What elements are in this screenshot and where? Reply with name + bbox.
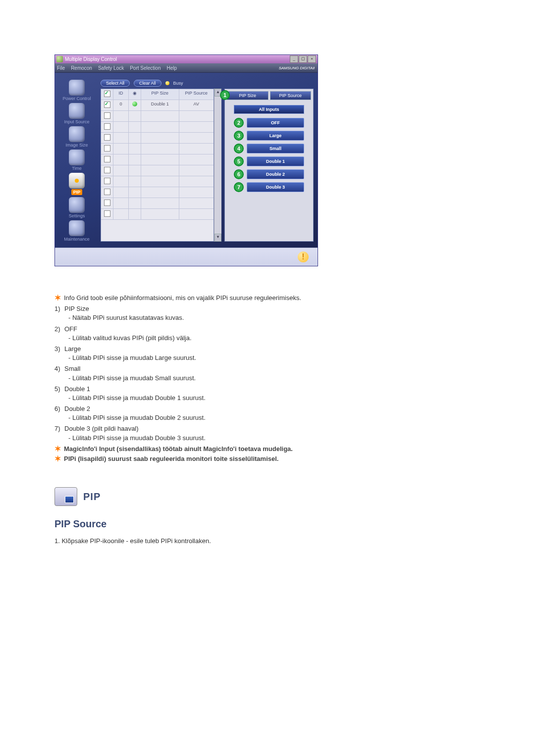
- sidebar-item-image-size[interactable]: Image Size: [59, 126, 95, 148]
- table-row: [101, 176, 214, 187]
- table-row: [101, 133, 214, 144]
- list-item: 5)Double 1 - Lülitab PIPi sisse ja muuda…: [54, 385, 481, 403]
- row-checkbox[interactable]: [104, 167, 110, 173]
- pip-source-step-1: 1. Klõpsake PIP-ikoonile - esile tuleb P…: [54, 537, 481, 546]
- table-row: [101, 198, 214, 209]
- star-icon: ✶: [54, 454, 61, 463]
- row-checkbox[interactable]: [104, 101, 110, 108]
- row-checkbox[interactable]: [104, 156, 110, 162]
- row-checkbox[interactable]: [104, 200, 110, 206]
- pip-double3-button[interactable]: Double 3: [247, 182, 304, 192]
- table-row: [101, 209, 214, 220]
- select-all-button[interactable]: Select All: [101, 80, 130, 87]
- col-pip-source[interactable]: PIP Source: [179, 89, 214, 100]
- sidebar-item-input-source[interactable]: Input Source: [59, 103, 95, 124]
- row-checkbox[interactable]: [104, 145, 110, 151]
- list-item: 3)Large - Lülitab PIPi sisse ja muudab L…: [54, 345, 481, 362]
- pip-panel: 1 PIP Size PIP Source All Inputs 2 OFF: [224, 89, 314, 242]
- star-icon: ✶: [54, 445, 61, 454]
- titlebar: Multiple Display Control _ ▢ ×: [55, 55, 318, 63]
- pip-double1-button[interactable]: Double 1: [247, 156, 304, 166]
- info-grid: ID ◉ PIP Size PIP Source 0 Doub: [101, 89, 214, 242]
- row-checkbox[interactable]: [104, 123, 110, 130]
- callout-1: 1: [220, 90, 230, 100]
- minimize-button[interactable]: _: [290, 55, 298, 63]
- row-checkbox[interactable]: [104, 189, 110, 195]
- intro-text: Info Grid toob esile põhiinformatsiooni,…: [64, 294, 301, 302]
- power-icon: [69, 80, 85, 96]
- window-title: Multiple Display Control: [65, 56, 290, 62]
- menu-file[interactable]: File: [57, 65, 65, 71]
- brand-label: SAMSUNG DIGITAll: [279, 66, 315, 70]
- callout-3: 3: [234, 131, 244, 141]
- table-row: [101, 122, 214, 133]
- col-status-icon: ◉: [129, 89, 141, 100]
- tab-pip-size[interactable]: PIP Size: [227, 91, 268, 100]
- pip-large-button[interactable]: Large: [247, 131, 304, 141]
- close-button[interactable]: ×: [308, 55, 316, 63]
- tab-pip-source[interactable]: PIP Source: [270, 91, 312, 100]
- maximize-button[interactable]: ▢: [299, 55, 307, 63]
- header-checkbox[interactable]: [104, 91, 110, 97]
- time-icon: [69, 150, 85, 165]
- row-checkbox[interactable]: [104, 210, 110, 217]
- pip-double2-button[interactable]: Double 2: [247, 169, 304, 179]
- sidebar-item-time[interactable]: Time: [59, 150, 95, 171]
- list-item: 4)Small - Lülitab PIPi sisse ja muudab S…: [54, 364, 481, 382]
- scroll-down-icon[interactable]: ▼: [214, 234, 221, 242]
- grid-scrollbar[interactable]: ▲ ▼: [214, 89, 221, 242]
- col-id[interactable]: ID: [113, 89, 129, 100]
- pip-section-title: PIP: [83, 490, 101, 504]
- sidebar: Power Control Input Source Image Size Ti…: [55, 79, 99, 242]
- table-row: [101, 144, 214, 154]
- sidebar-item-maintenance[interactable]: Maintenance: [59, 220, 95, 242]
- busy-label: Busy: [173, 81, 183, 86]
- busy-indicator-icon: [165, 81, 169, 85]
- callout-2: 2: [234, 118, 244, 128]
- settings-icon: [69, 197, 85, 213]
- pip-source-heading: PIP Source: [54, 517, 481, 531]
- sidebar-item-pip[interactable]: PIP: [59, 173, 95, 195]
- numbered-list: 1)PIP Size - Näitab PIPi suurust kasutat…: [54, 304, 481, 443]
- sidebar-item-power-control[interactable]: Power Control: [59, 80, 95, 101]
- list-item: 7)Double 3 (pilt pildi haaval) - Lülitab…: [54, 424, 481, 442]
- callout-6: 6: [234, 169, 244, 179]
- all-inputs-heading: All Inputs: [234, 105, 304, 114]
- menu-safety-lock[interactable]: Safety Lock: [98, 65, 124, 71]
- maintenance-icon: [69, 220, 85, 236]
- list-item: 2)OFF - Lülitab valitud kuvas PIPi (pilt…: [54, 325, 481, 343]
- menubar: File Remocon Safety Lock Port Selection …: [55, 63, 318, 73]
- col-pip-size[interactable]: PIP Size: [141, 89, 179, 100]
- note-2: PIPi (lisapildi) suurust saab reguleerid…: [64, 454, 278, 463]
- list-item: 1)PIP Size - Näitab PIPi suurust kasutat…: [54, 304, 481, 322]
- cell-pip-size: Double 1: [141, 100, 179, 110]
- input-source-icon: [69, 103, 85, 119]
- sidebar-item-settings[interactable]: Settings: [59, 197, 95, 218]
- warning-icon: !: [298, 252, 309, 262]
- status-lamp-icon: [132, 101, 137, 106]
- callout-4: 4: [234, 144, 244, 153]
- callout-5: 5: [234, 156, 244, 166]
- pip-off-button[interactable]: OFF: [247, 118, 304, 128]
- table-row: [101, 187, 214, 198]
- pip-small-button[interactable]: Small: [247, 144, 304, 153]
- table-row: [101, 165, 214, 176]
- pip-section-icon: [54, 487, 77, 506]
- menu-help[interactable]: Help: [166, 65, 177, 71]
- pip-icon: [69, 173, 85, 189]
- cell-pip-source: AV: [179, 100, 214, 110]
- menu-port-selection[interactable]: Port Selection: [130, 65, 160, 71]
- table-row[interactable]: 0 Double 1 AV: [101, 100, 214, 111]
- row-checkbox[interactable]: [104, 112, 110, 119]
- menu-remocon[interactable]: Remocon: [71, 65, 92, 71]
- callout-7: 7: [234, 182, 244, 192]
- clear-all-button[interactable]: Clear All: [134, 80, 161, 87]
- image-size-icon: [69, 126, 85, 142]
- row-checkbox[interactable]: [104, 178, 110, 184]
- grid-header-row: ID ◉ PIP Size PIP Source: [101, 89, 214, 100]
- star-icon: ✶: [54, 294, 61, 302]
- table-row: [101, 111, 214, 122]
- note-1: MagicInfo'i Input (sisendallikas) töötab…: [64, 445, 293, 454]
- list-item: 6)Double 2 - Lülitab PIPi sisse ja muuda…: [54, 404, 481, 422]
- row-checkbox[interactable]: [104, 134, 110, 141]
